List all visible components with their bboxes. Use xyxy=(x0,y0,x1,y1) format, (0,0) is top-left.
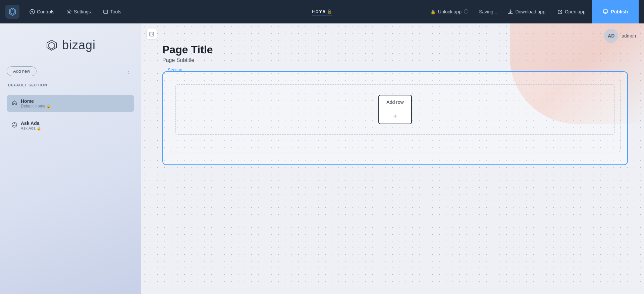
user-name: admon xyxy=(622,33,636,39)
tools-icon xyxy=(103,9,108,14)
home-icon xyxy=(11,100,17,107)
add-row-container: Add row + xyxy=(378,95,412,124)
settings-button[interactable]: Settings xyxy=(62,6,96,17)
inner-box-outer: Add row + xyxy=(170,79,621,152)
add-row-button-wrap: Add row + xyxy=(378,95,412,124)
page-title: Page Title xyxy=(162,44,628,56)
lock-icon: 🔒 xyxy=(430,9,436,14)
svg-point-8 xyxy=(14,123,15,124)
publish-button[interactable]: Publish xyxy=(592,0,639,23)
home-lock-icon: 🔒 xyxy=(46,104,51,108)
main-layout: bizagi Add new ⋮ DEFAULT SECTION Home De… xyxy=(0,23,644,294)
sidebar: bizagi Add new ⋮ DEFAULT SECTION Home De… xyxy=(0,23,141,294)
sidebar-item-home[interactable]: Home Default Home 🔒 xyxy=(7,95,134,112)
download-icon xyxy=(508,9,513,14)
controls-button[interactable]: Controls xyxy=(25,6,59,17)
sidebar-logo: bizagi xyxy=(7,31,134,60)
inner-box-inner: Add row + xyxy=(175,84,615,135)
ask-ada-icon xyxy=(11,122,17,129)
canvas-area: AD admon Page Title Page Subtitle Sectio… xyxy=(141,23,644,294)
sidebar-item-home-content: Home Default Home 🔒 xyxy=(21,98,51,108)
collapse-sidebar-button[interactable] xyxy=(146,29,157,40)
svg-rect-4 xyxy=(104,10,108,13)
bizagi-logo-text: bizagi xyxy=(62,38,96,52)
download-app-button[interactable]: Download app xyxy=(502,6,551,17)
unlock-app-button[interactable]: 🔒 Unlock app ⓘ xyxy=(425,6,474,17)
collapse-icon xyxy=(149,32,154,36)
sidebar-item-ask-ada[interactable]: Ask Ada Ask Ada 🔒 xyxy=(7,117,134,134)
app-logo xyxy=(5,5,19,19)
sidebar-item-ask-ada-content: Ask Ada Ask Ada 🔒 xyxy=(21,121,41,131)
page-name-center: Home 🔒 xyxy=(312,8,332,15)
svg-point-3 xyxy=(68,11,70,13)
add-row-plus-button[interactable]: + xyxy=(379,109,411,124)
add-row-label: Add row xyxy=(379,95,411,109)
topnav: Controls Settings Tools Home 🔒 🔒 Unlock … xyxy=(0,0,644,23)
ask-ada-lock-icon: 🔒 xyxy=(37,126,41,131)
sidebar-section-label: DEFAULT SECTION xyxy=(7,83,134,87)
section-label: Section xyxy=(168,67,182,72)
controls-icon xyxy=(30,9,35,14)
bizagi-logo-icon xyxy=(45,39,58,52)
section-container: Section Add row + xyxy=(162,71,628,165)
section-box[interactable]: Add row + xyxy=(162,71,628,165)
topnav-right-actions: 🔒 Unlock app ⓘ Saving... Download app Op… xyxy=(425,0,639,23)
tools-button[interactable]: Tools xyxy=(98,6,126,17)
external-link-icon xyxy=(557,9,562,14)
svg-rect-9 xyxy=(150,32,154,36)
info-icon: ⓘ xyxy=(464,9,468,15)
sidebar-controls: Add new ⋮ xyxy=(7,66,134,76)
publish-icon xyxy=(603,9,608,14)
saving-status: Saving... xyxy=(475,6,501,17)
user-badge: AD admon xyxy=(604,29,636,43)
page-subtitle: Page Subtitle xyxy=(162,57,628,63)
page-content: Page Title Page Subtitle Section Add row… xyxy=(141,23,644,176)
add-new-button[interactable]: Add new xyxy=(7,66,37,76)
settings-icon xyxy=(66,9,72,14)
user-avatar: AD xyxy=(604,29,618,43)
page-lock-icon: 🔒 xyxy=(327,9,332,14)
svg-rect-6 xyxy=(603,10,607,13)
open-app-button[interactable]: Open app xyxy=(552,6,591,17)
more-options-button[interactable]: ⋮ xyxy=(122,66,134,76)
